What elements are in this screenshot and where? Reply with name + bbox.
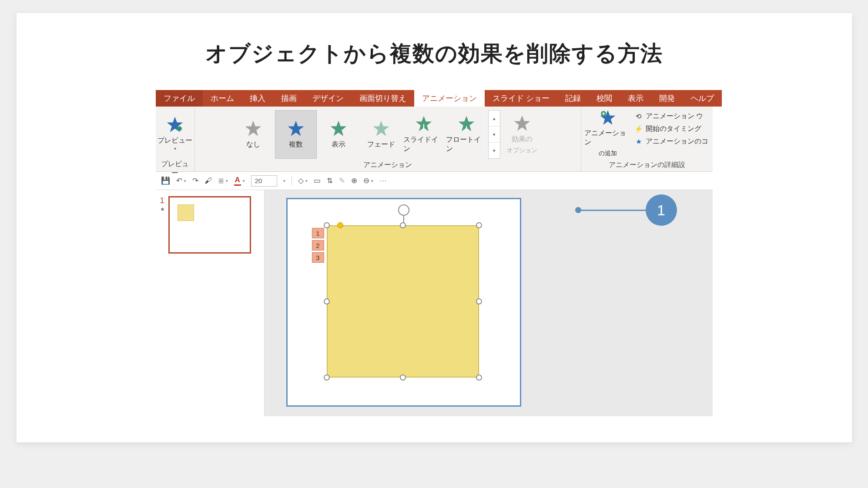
svg-marker-4	[288, 120, 304, 136]
font-color-button[interactable]: A ▾	[234, 176, 245, 186]
gallery-up-icon[interactable]: ▴	[489, 110, 500, 127]
resize-handle-br[interactable]	[476, 374, 482, 381]
tab-record[interactable]: 記録	[557, 90, 589, 107]
rotate-handle[interactable]	[398, 204, 409, 216]
resize-handle-bl[interactable]	[324, 374, 330, 381]
quick-access-toolbar: 💾 ↶ ▾ ↷ 🖌 ≣ ▾ A ▾ 20▾ ◇ ▾ ▭ ⇅ ✎ ⊕ ⊖ ▾ ⋯	[156, 172, 713, 190]
anim-slidein[interactable]: スライドイン	[403, 110, 445, 159]
anim-fade-label: フェード	[367, 140, 395, 149]
resize-handle-tl[interactable]	[324, 222, 330, 228]
page-title: オブジェクトから複数の効果を削除する方法	[205, 39, 663, 68]
thumbnail-shape	[178, 204, 194, 221]
shapes-icon[interactable]: ◇ ▾	[298, 176, 308, 185]
callout-badge: 1	[646, 194, 677, 226]
pane-icon: ⟲	[634, 112, 643, 120]
animation-painter-label: アニメーションのコ	[646, 137, 708, 146]
redo-button[interactable]: ↷	[192, 176, 198, 185]
overflow-icon[interactable]: ⋯	[379, 176, 387, 185]
resize-handle-b[interactable]	[400, 374, 406, 381]
effect-options-label: 効果の	[512, 135, 533, 144]
effect-options-button: 効果の オプション	[501, 110, 543, 159]
tab-insert[interactable]: 挿入	[242, 90, 273, 107]
zoom-in-icon[interactable]: ⊕	[351, 176, 357, 185]
tab-help[interactable]: ヘルプ	[683, 90, 722, 107]
animation-pane-label: アニメーション ウ	[646, 112, 703, 121]
separator	[292, 176, 292, 186]
replace-icon[interactable]: ▭	[314, 176, 321, 185]
gallery-scroll[interactable]: ▴ ▾ ▾	[488, 110, 500, 159]
callout-dot	[575, 207, 581, 213]
anim-slidein-label: スライドイン	[403, 135, 444, 154]
anim-tag-1[interactable]: 1	[312, 228, 324, 238]
bolt-icon: ⚡	[634, 125, 643, 133]
anim-none[interactable]: なし	[232, 110, 274, 159]
font-size-dd-icon[interactable]: ▾	[283, 179, 285, 183]
slide-thumbnail-1[interactable]	[168, 196, 251, 254]
thumbnail-anim-icon: ★	[160, 206, 165, 212]
tab-transitions[interactable]: 画面切り替え	[352, 90, 414, 107]
resize-handle-l[interactable]	[324, 298, 330, 304]
star-icon: ★	[634, 137, 643, 146]
svg-marker-7	[373, 120, 389, 136]
tab-review[interactable]: 校閲	[589, 90, 620, 107]
callout-line	[581, 210, 647, 211]
animation-order-tags: 1 2 3	[312, 228, 324, 263]
trigger-label: 開始のタイミング	[646, 124, 701, 134]
edit-icon[interactable]: ✎	[339, 176, 345, 185]
resize-handle-tr[interactable]	[476, 222, 482, 228]
annotation-callout: 1	[575, 194, 677, 226]
anim-multiple-label: 複数	[289, 140, 303, 149]
tab-file[interactable]: ファイル	[156, 90, 203, 107]
tab-view[interactable]: 表示	[620, 90, 651, 107]
tab-developer[interactable]: 開発	[651, 90, 683, 107]
tab-draw[interactable]: 描画	[273, 90, 305, 107]
anim-appear-label: 表示	[332, 140, 345, 149]
zoom-out-icon[interactable]: ⊖ ▾	[363, 176, 373, 185]
animation-pane-button[interactable]: ⟲アニメーション ウ	[634, 112, 708, 121]
powerpoint-window: ファイル ホーム 挿入 描画 デザイン 画面切り替え アニメーション スライド …	[156, 90, 713, 416]
tab-home[interactable]: ホーム	[203, 90, 242, 107]
anim-tag-2[interactable]: 2	[312, 240, 324, 251]
anim-multiple[interactable]: 複数	[275, 110, 317, 159]
anim-floatin[interactable]: フロートイン	[446, 110, 487, 159]
group-advanced-label: アニメーションの詳細設	[584, 159, 710, 170]
group-preview-label: プレビュー	[158, 158, 192, 179]
svg-marker-14	[514, 115, 530, 130]
anim-fade[interactable]: フェード	[360, 110, 402, 159]
gallery-more-icon[interactable]: ▾	[489, 143, 500, 158]
spacing-icon[interactable]: ⇅	[327, 176, 333, 185]
trigger-button[interactable]: ⚡開始のタイミング	[634, 124, 708, 134]
tab-animations[interactable]: アニメーション	[414, 90, 485, 107]
thumbnail-number: 1	[160, 196, 165, 205]
effect-options-label2: オプション	[507, 147, 537, 154]
svg-marker-3	[245, 120, 261, 136]
ribbon: プレビュー ▾ プレビュー なし 複数	[156, 107, 713, 172]
adjust-handle[interactable]	[337, 222, 343, 228]
tab-slideshow[interactable]: スライド ショー	[485, 90, 557, 107]
add-animation-label: アニメーション	[584, 129, 631, 147]
gallery-down-icon[interactable]: ▾	[489, 127, 500, 143]
add-animation-button[interactable]: アニメーション の追加	[584, 109, 632, 158]
anim-floatin-label: フロートイン	[446, 135, 487, 154]
resize-handle-t[interactable]	[400, 222, 406, 228]
format-painter-icon[interactable]: 🖌	[204, 177, 212, 185]
font-size-box[interactable]: 20	[251, 175, 277, 187]
anim-none-label: なし	[246, 140, 260, 149]
preview-button[interactable]: プレビュー ▾	[154, 109, 196, 158]
anim-appear[interactable]: 表示	[318, 110, 359, 159]
anim-tag-3[interactable]: 3	[312, 252, 324, 263]
bullets-icon[interactable]: ≣ ▾	[218, 176, 228, 185]
ribbon-tabstrip: ファイル ホーム 挿入 描画 デザイン 画面切り替え アニメーション スライド …	[156, 90, 713, 107]
preview-label: プレビュー	[158, 136, 192, 145]
chevron-down-icon: ▾	[174, 146, 176, 151]
selection-frame: 1 2 3	[286, 198, 521, 407]
group-animation-label: アニメーション	[198, 159, 578, 170]
tab-design[interactable]: デザイン	[305, 90, 352, 107]
resize-handle-r[interactable]	[476, 298, 482, 304]
font-size-value: 20	[255, 177, 262, 184]
animation-painter-button[interactable]: ★アニメーションのコ	[634, 137, 708, 146]
add-animation-label2: の追加	[599, 150, 617, 157]
selected-shape[interactable]	[327, 225, 479, 378]
slide-thumbnails-panel: 1 ★	[156, 190, 265, 416]
